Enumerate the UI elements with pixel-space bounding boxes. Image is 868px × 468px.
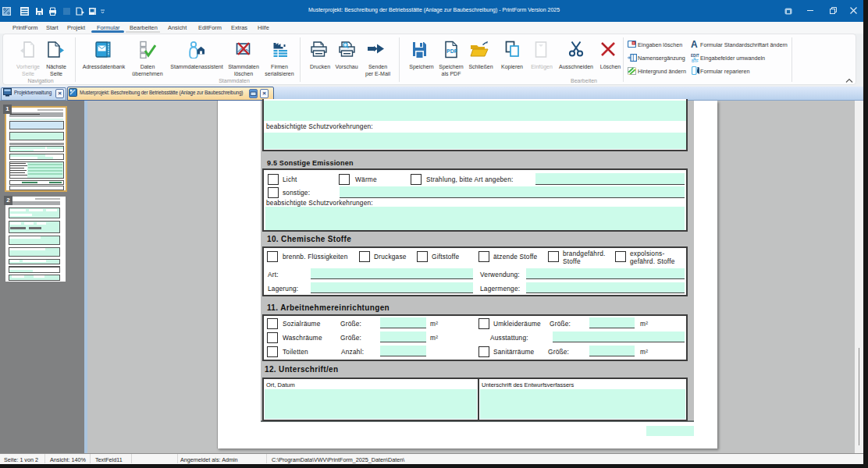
svg-text:PDF: PDF: [446, 48, 458, 54]
svg-text:EDIT: EDIT: [691, 54, 699, 58]
svg-text:A: A: [691, 39, 698, 48]
svg-text:BTF: BTF: [692, 59, 699, 63]
